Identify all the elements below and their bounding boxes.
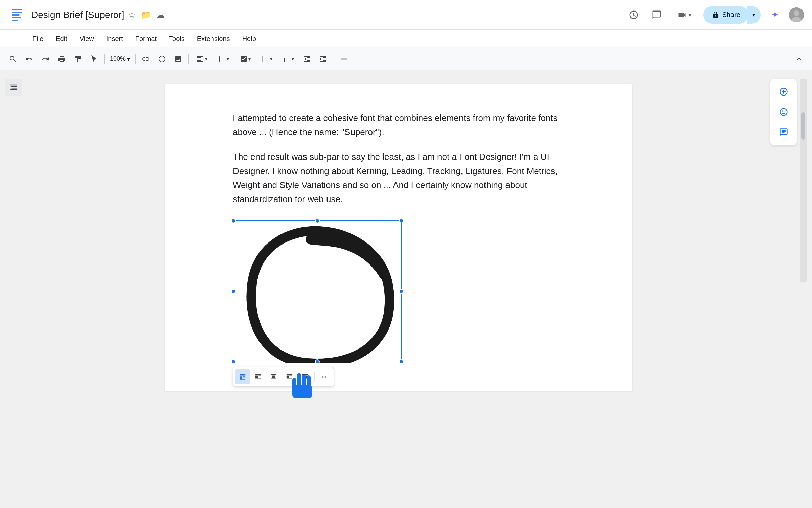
- menu-format[interactable]: Format: [130, 33, 162, 45]
- link-button[interactable]: [138, 51, 153, 66]
- handle-bottom-center[interactable]: [315, 359, 320, 364]
- svg-rect-19: [255, 375, 258, 378]
- svg-rect-12: [10, 89, 17, 90]
- cloud-icon[interactable]: ☁: [157, 10, 165, 20]
- top-bar-right: ▾ Share ▾ ✦: [625, 6, 804, 24]
- svg-rect-28: [287, 374, 292, 375]
- zoom-arrow: ▾: [127, 55, 130, 63]
- doc-area: I attempted to create a cohesive font th…: [27, 70, 770, 508]
- comments-button[interactable]: [648, 6, 666, 24]
- toolbar-separator-1: [104, 54, 105, 64]
- add-comment-toolbar-button[interactable]: [155, 51, 170, 66]
- gemini-button[interactable]: ✦: [766, 6, 784, 24]
- svg-rect-33: [302, 374, 308, 375]
- menu-insert[interactable]: Insert: [101, 33, 129, 45]
- wrap-text-left-button[interactable]: [251, 369, 266, 384]
- comment-panel: [770, 79, 797, 146]
- svg-rect-14: [240, 376, 242, 379]
- drawing-svg: [233, 221, 403, 363]
- svg-rect-27: [271, 380, 277, 380]
- top-bar: Design Brief [Superor] ☆ 📁 ☁ ▾ Share ▾ ✦: [0, 0, 812, 30]
- svg-rect-25: [272, 375, 275, 378]
- svg-rect-20: [258, 375, 261, 376]
- wrap-left-button[interactable]: [282, 369, 297, 384]
- handle-middle-left[interactable]: [231, 289, 236, 294]
- svg-rect-9: [10, 85, 17, 85]
- collapse-button[interactable]: [792, 51, 807, 66]
- align-button[interactable]: ▾: [191, 51, 212, 66]
- inline-position-button[interactable]: [235, 369, 250, 384]
- checklist-button[interactable]: ▾: [235, 51, 255, 66]
- svg-rect-32: [287, 378, 292, 379]
- outline-button[interactable]: [5, 79, 22, 96]
- toolbar: 100% ▾ ▾ ▾ ▾ ▾ ▾: [0, 47, 812, 70]
- menu-edit[interactable]: Edit: [50, 33, 72, 45]
- scrollbar-thumb[interactable]: [801, 112, 805, 140]
- svg-rect-3: [12, 14, 20, 16]
- redo-button[interactable]: [38, 51, 53, 66]
- svg-rect-23: [255, 380, 261, 380]
- svg-rect-11: [11, 88, 17, 88]
- scrollbar[interactable]: [800, 79, 807, 282]
- undo-button[interactable]: [22, 51, 37, 66]
- toolbar-right: [789, 51, 807, 66]
- handle-bottom-left[interactable]: [231, 359, 236, 364]
- user-avatar[interactable]: [789, 7, 804, 22]
- meet-button[interactable]: ▾: [671, 6, 698, 24]
- zoom-value: 100%: [110, 55, 126, 62]
- handle-bottom-right[interactable]: [399, 359, 404, 364]
- star-icon[interactable]: ☆: [128, 10, 136, 20]
- handle-top-right[interactable]: [399, 218, 404, 223]
- menu-extensions[interactable]: Extensions: [191, 33, 235, 45]
- numbered-list-button[interactable]: ▾: [278, 51, 298, 66]
- share-arrow[interactable]: ▾: [747, 6, 761, 24]
- svg-rect-10: [11, 86, 17, 87]
- title-icons: ☆ 📁 ☁: [128, 10, 165, 20]
- svg-rect-2: [12, 12, 22, 13]
- print-button[interactable]: [54, 51, 69, 66]
- paragraph-1-text: I attempted to create a cohesive font th…: [233, 113, 558, 137]
- search-button[interactable]: [5, 51, 20, 66]
- break-text-button[interactable]: [266, 369, 281, 384]
- cursor-button[interactable]: [87, 51, 102, 66]
- selected-image[interactable]: [233, 220, 402, 362]
- image-toolbar: [233, 367, 334, 387]
- menu-help[interactable]: Help: [237, 33, 262, 45]
- insert-image-toolbar-button[interactable]: [171, 51, 186, 66]
- more-options-button[interactable]: [337, 51, 352, 66]
- image-container[interactable]: [233, 220, 402, 362]
- add-comment-panel-button[interactable]: [775, 83, 792, 101]
- image-toolbar-separator: [314, 372, 315, 382]
- line-spacing-button[interactable]: ▾: [213, 51, 233, 66]
- emoji-reaction-button[interactable]: [775, 103, 792, 121]
- svg-rect-30: [289, 375, 292, 376]
- app-icon[interactable]: [8, 6, 26, 24]
- svg-rect-1: [12, 9, 22, 10]
- svg-rect-18: [255, 374, 261, 375]
- indent-more-button[interactable]: [316, 51, 331, 66]
- image-more-options-button[interactable]: [317, 369, 332, 384]
- svg-rect-24: [271, 374, 277, 375]
- handle-top-center[interactable]: [315, 218, 320, 223]
- history-button[interactable]: [625, 6, 642, 24]
- paint-format-button[interactable]: [70, 51, 85, 66]
- suggest-edit-button[interactable]: [775, 124, 792, 141]
- main-area: I attempted to create a cohesive font th…: [0, 70, 812, 508]
- svg-rect-36: [302, 377, 305, 377]
- wrap-right-button[interactable]: [297, 369, 312, 384]
- share-button[interactable]: Share: [703, 6, 748, 24]
- svg-rect-13: [240, 374, 246, 375]
- folder-icon[interactable]: 📁: [141, 10, 151, 20]
- indent-less-button[interactable]: [300, 51, 315, 66]
- document-title[interactable]: Design Brief [Superor]: [31, 9, 124, 20]
- handle-middle-right[interactable]: [399, 289, 404, 294]
- toolbar-separator-5: [790, 54, 790, 64]
- handle-top-left[interactable]: [231, 218, 236, 223]
- zoom-selector[interactable]: 100% ▾: [107, 54, 133, 64]
- bullets-button[interactable]: ▾: [256, 51, 277, 66]
- menu-file[interactable]: File: [27, 33, 49, 45]
- paragraph-1: I attempted to create a cohesive font th…: [233, 111, 564, 139]
- svg-rect-29: [287, 375, 289, 378]
- menu-tools[interactable]: Tools: [163, 33, 190, 45]
- menu-view[interactable]: View: [74, 33, 99, 45]
